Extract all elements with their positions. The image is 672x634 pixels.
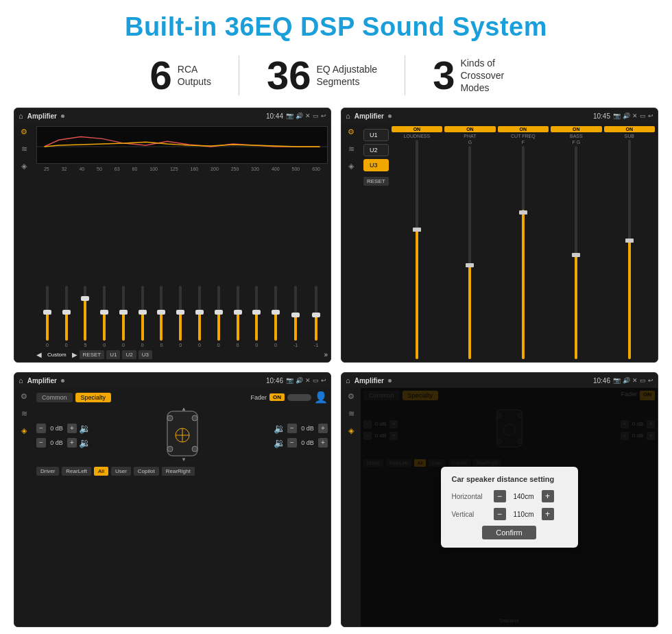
- slider-thumb-11[interactable]: [252, 310, 261, 315]
- slider-thumb-7[interactable]: [176, 310, 184, 315]
- eq-graph: [36, 126, 328, 164]
- cutfreq-label: CUT FREQ: [511, 134, 536, 138]
- eq-slider-2: 5: [84, 286, 86, 348]
- stat-rca: 6 RCA Outputs: [123, 56, 239, 95]
- fr-minus-button[interactable]: −: [287, 424, 297, 433]
- eq-u3-button[interactable]: U3: [139, 350, 152, 359]
- horizontal-minus-button[interactable]: −: [494, 490, 506, 502]
- screen1-content: ⚙ ≋ ◈: [14, 123, 331, 362]
- rr-plus-button[interactable]: +: [318, 438, 328, 448]
- home-icon[interactable]: ⌂: [19, 112, 23, 120]
- close-icon2[interactable]: ✕: [632, 112, 638, 119]
- fader-slider[interactable]: [287, 394, 311, 401]
- status-dot: [61, 114, 64, 118]
- slider-thumb-8[interactable]: [195, 310, 204, 315]
- slider-thumb-12[interactable]: [272, 310, 280, 315]
- wave-icon4[interactable]: ≋: [348, 409, 355, 418]
- eq-icon2[interactable]: ⚙: [348, 127, 355, 136]
- fl-value: 0 dB: [48, 425, 65, 432]
- slider-thumb-1[interactable]: [62, 310, 71, 315]
- eq-u2-button[interactable]: U2: [122, 350, 136, 359]
- bass-slider: [551, 146, 601, 359]
- back-icon2[interactable]: ↩: [648, 112, 653, 119]
- fader-common-tab[interactable]: Common: [36, 393, 73, 402]
- fader-rearright-button[interactable]: RearRight: [162, 467, 195, 476]
- speaker-icon4[interactable]: ◈: [348, 426, 354, 435]
- speaker-icon3[interactable]: ◈: [21, 426, 27, 435]
- phat-on[interactable]: ON: [444, 126, 495, 132]
- fader-driver-button[interactable]: Driver: [36, 467, 59, 476]
- eq-icon3[interactable]: ⚙: [21, 392, 27, 401]
- speaker-icon[interactable]: ◈: [21, 162, 27, 171]
- horizontal-plus-button[interactable]: +: [542, 490, 554, 502]
- back-icon3[interactable]: ↩: [321, 377, 326, 384]
- phat-slider: [444, 146, 495, 359]
- wave-icon[interactable]: ≋: [21, 145, 27, 154]
- cross-u1-button[interactable]: U1: [363, 129, 389, 141]
- fader-channel-fr: 🔉 − 0 dB +: [274, 423, 328, 434]
- slider-thumb-5[interactable]: [139, 310, 147, 315]
- cross-reset-button[interactable]: RESET: [363, 177, 389, 186]
- fader-screen: Common Specialty Fader ON 👤 −: [36, 391, 328, 624]
- eq-more-button[interactable]: »: [324, 351, 328, 358]
- vertical-plus-button[interactable]: +: [542, 508, 554, 520]
- eq-slider-3: 0: [103, 286, 106, 348]
- sub-label: SUB: [625, 134, 634, 138]
- slider-thumb-4[interactable]: [119, 310, 128, 315]
- rl-minus-button[interactable]: −: [36, 438, 46, 448]
- status-dot4: [388, 379, 392, 382]
- wave-icon3[interactable]: ≋: [21, 409, 27, 418]
- fader-rearleft-button[interactable]: RearLeft: [62, 467, 91, 476]
- status-dot3: [61, 379, 64, 382]
- fader-copilot-button[interactable]: Copilot: [134, 467, 159, 476]
- screen2-time: 10:45: [593, 112, 610, 120]
- slider-thumb-10[interactable]: [234, 310, 242, 315]
- slider-thumb-13[interactable]: [291, 313, 300, 317]
- fl-minus-button[interactable]: −: [36, 424, 46, 433]
- slider-thumb-2[interactable]: [81, 296, 89, 301]
- vertical-minus-button[interactable]: −: [494, 508, 506, 520]
- slider-thumb-3[interactable]: [100, 310, 108, 315]
- volume-icon4: 🔊: [623, 377, 630, 384]
- loudness-on[interactable]: ON: [392, 126, 442, 132]
- fr-plus-button[interactable]: +: [318, 424, 328, 433]
- home-icon4[interactable]: ⌂: [346, 376, 350, 385]
- back-icon[interactable]: ↩: [321, 112, 326, 119]
- fader-specialty-tab[interactable]: Specialty: [75, 393, 112, 402]
- eq-next-button[interactable]: ▶: [72, 351, 77, 358]
- confirm-button[interactable]: Confirm: [482, 526, 536, 539]
- eq-reset-button[interactable]: RESET: [80, 350, 105, 359]
- close-icon4[interactable]: ✕: [632, 377, 638, 384]
- fader-user-button[interactable]: User: [111, 467, 131, 476]
- eq-u1-button[interactable]: U1: [106, 350, 120, 359]
- screen3-content: ⚙ ≋ ◈ Common Specialty Fader ON 👤: [14, 388, 331, 626]
- svg-point-5: [167, 415, 173, 421]
- eq-custom-button[interactable]: Custom: [44, 350, 70, 359]
- eq-slider-11: 0: [255, 286, 258, 348]
- eq-icon[interactable]: ⚙: [21, 127, 27, 136]
- fader-all-button[interactable]: All: [94, 467, 108, 476]
- cross-u3-button[interactable]: U3: [363, 159, 389, 171]
- camera-icon4: 📷: [613, 377, 621, 384]
- cutfreq-on[interactable]: ON: [498, 126, 549, 132]
- sub-on[interactable]: ON: [604, 126, 655, 132]
- speaker-icon2[interactable]: ◈: [348, 162, 354, 171]
- slider-thumb-0[interactable]: [43, 310, 51, 315]
- slider-thumb-14[interactable]: [312, 313, 320, 317]
- cross-u2-button[interactable]: U2: [363, 144, 389, 156]
- wave-icon2[interactable]: ≋: [348, 145, 355, 154]
- bass-on[interactable]: ON: [551, 126, 601, 132]
- eq-icon4[interactable]: ⚙: [348, 392, 355, 401]
- home-icon2[interactable]: ⌂: [346, 112, 350, 120]
- screen-eq: ⌂ Amplifier 10:44 📷 🔊 ✕ ▭ ↩ ⚙ ≋ ◈: [14, 108, 331, 363]
- slider-thumb-6[interactable]: [157, 310, 165, 315]
- rl-plus-button[interactable]: +: [67, 438, 77, 448]
- close-icon3[interactable]: ✕: [305, 377, 311, 384]
- rr-minus-button[interactable]: −: [287, 438, 297, 448]
- close-icon[interactable]: ✕: [305, 112, 311, 119]
- back-icon4[interactable]: ↩: [648, 377, 653, 384]
- home-icon3[interactable]: ⌂: [19, 376, 23, 385]
- fl-plus-button[interactable]: +: [67, 424, 77, 433]
- eq-prev-button[interactable]: ◀: [36, 351, 42, 358]
- slider-thumb-9[interactable]: [215, 310, 223, 315]
